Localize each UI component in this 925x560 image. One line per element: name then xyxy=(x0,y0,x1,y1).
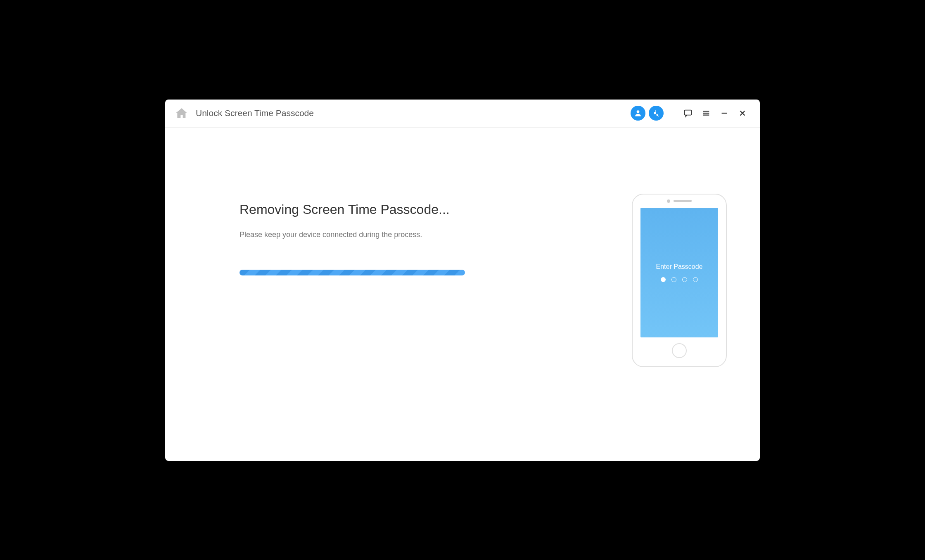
account-button[interactable] xyxy=(631,106,645,121)
phone-home-button-icon xyxy=(672,343,687,358)
close-button[interactable] xyxy=(735,106,750,121)
passcode-dots xyxy=(661,277,698,282)
phone-illustration: Enter Passcode xyxy=(632,194,727,367)
divider xyxy=(672,107,672,119)
passcode-dot xyxy=(671,277,676,282)
passcode-dot-filled xyxy=(661,277,666,282)
svg-rect-1 xyxy=(685,110,692,115)
phone-top xyxy=(667,199,692,203)
progress-bar xyxy=(240,270,465,275)
titlebar-actions xyxy=(631,106,750,121)
main-content: Removing Screen Time Passcode... Please … xyxy=(165,128,760,461)
passcode-dot xyxy=(682,277,687,282)
feedback-icon[interactable] xyxy=(681,106,695,121)
heading: Removing Screen Time Passcode... xyxy=(240,202,599,217)
progress-section: Removing Screen Time Passcode... Please … xyxy=(240,152,599,275)
menu-icon[interactable] xyxy=(699,106,714,121)
subtext: Please keep your device connected during… xyxy=(240,230,599,239)
app-window: Unlock Screen Time Passcode xyxy=(165,100,760,461)
music-search-button[interactable] xyxy=(649,106,664,121)
minimize-button[interactable] xyxy=(717,106,732,121)
phone-camera-icon xyxy=(667,199,670,203)
page-title: Unlock Screen Time Passcode xyxy=(196,108,631,118)
phone-speaker-icon xyxy=(674,200,692,202)
svg-point-0 xyxy=(637,110,640,113)
home-icon[interactable] xyxy=(175,107,188,120)
passcode-dot xyxy=(693,277,698,282)
passcode-label: Enter Passcode xyxy=(656,263,703,271)
phone-screen: Enter Passcode xyxy=(640,208,718,337)
titlebar: Unlock Screen Time Passcode xyxy=(165,100,760,128)
